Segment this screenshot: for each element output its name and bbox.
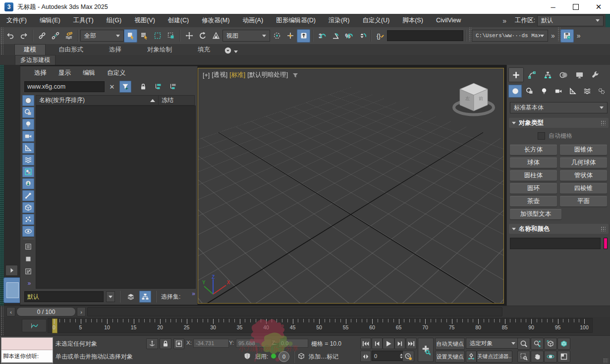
object-type-rollout[interactable]: 对象类型 xyxy=(509,118,609,128)
zoom-all-icon[interactable] xyxy=(531,338,544,350)
primitive-button[interactable]: 茶壶 xyxy=(510,196,557,207)
ribbon-tab-populate[interactable]: 填充 xyxy=(185,45,223,55)
column-header-name[interactable]: 名称(按升序排序) xyxy=(36,95,159,105)
strip-overflow-icon[interactable]: » xyxy=(22,280,35,287)
key-mode-toggle-icon[interactable] xyxy=(360,351,371,362)
cameras-category-icon[interactable] xyxy=(552,85,565,98)
show-containers-icon[interactable] xyxy=(22,202,34,213)
percent-snap-icon[interactable]: % xyxy=(342,29,355,43)
unlink-selection-icon[interactable] xyxy=(49,29,62,43)
project-folder-dropdown[interactable]: C:\Users\ww···ds Max 2025 xyxy=(472,30,548,42)
window-resize-grip[interactable] xyxy=(603,358,608,363)
perspective-viewport[interactable]: [+] [透视] [标准] [默认明暗处理] 左 前 Y Z xyxy=(198,68,504,304)
systems-category-icon[interactable] xyxy=(595,85,608,98)
zoom-extents-all-icon[interactable] xyxy=(557,338,570,350)
trackbar-drag-handle[interactable] xyxy=(0,317,3,335)
auto-key-button[interactable]: 自动关键点 xyxy=(435,338,465,350)
save-scene-icon[interactable] xyxy=(560,29,574,43)
per-view-filter-icon[interactable] xyxy=(291,71,299,79)
primitive-button[interactable]: 管状体 xyxy=(560,170,607,181)
primitive-button[interactable]: 四棱锥 xyxy=(560,183,607,194)
minimize-button[interactable]: ─ xyxy=(542,0,564,14)
show-particles-icon[interactable] xyxy=(22,214,34,225)
workspace-dropdown[interactable]: 默认 xyxy=(537,15,604,26)
toolbar-overflow-icon[interactable]: » xyxy=(574,32,583,40)
transform-gizmo-icon[interactable] xyxy=(146,338,158,349)
spinner-snap-icon[interactable] xyxy=(355,29,369,43)
menu-item[interactable]: 创建(C) xyxy=(162,14,195,27)
timeline-ruler[interactable]: 0510152025303540455055606570758085909510… xyxy=(48,318,593,333)
primitive-button[interactable]: 几何球体 xyxy=(560,157,607,168)
object-color-swatch[interactable] xyxy=(604,238,608,249)
orbit-icon[interactable] xyxy=(544,351,557,363)
key-filters-button[interactable]: 关键点过滤器.. xyxy=(477,351,512,363)
go-to-start-icon[interactable] xyxy=(360,338,371,349)
set-key-button[interactable]: 设置关键点 xyxy=(435,351,465,363)
hierarchy-view-icon[interactable] xyxy=(139,291,151,303)
next-frame-arrow[interactable]: › xyxy=(77,307,86,316)
expand-panel-button[interactable] xyxy=(5,265,18,276)
ribbon-display-toggle-icon[interactable] xyxy=(223,46,233,55)
select-and-link-icon[interactable] xyxy=(35,29,49,43)
maxscript-mini-listener[interactable]: 脚本迷你侦听: xyxy=(1,337,53,364)
selection-lock-icon[interactable] xyxy=(160,338,171,349)
menu-item[interactable]: 组(G) xyxy=(100,14,128,27)
toolbar-drag-handle[interactable] xyxy=(557,27,560,41)
hierarchy-tab-icon[interactable] xyxy=(540,67,555,82)
angle-snap-icon[interactable] xyxy=(329,29,342,43)
y-coord-field[interactable]: 95.688 xyxy=(236,339,272,348)
listener-macro-row[interactable] xyxy=(1,338,53,350)
primitive-button[interactable]: 加强型文本 xyxy=(510,209,561,219)
zoom-region-icon[interactable] xyxy=(517,351,530,363)
viewport-style-menu[interactable]: [标准] xyxy=(229,71,245,79)
dock-edge-handle[interactable] xyxy=(0,65,4,306)
menu-item[interactable]: 脚本(S) xyxy=(396,14,430,27)
time-tag-cube-icon[interactable] xyxy=(296,351,307,362)
show-shapes-icon[interactable] xyxy=(22,107,34,118)
bind-to-spacewarp-icon[interactable] xyxy=(62,29,75,43)
show-xrefs-icon[interactable] xyxy=(22,178,34,189)
explorer-overflow-icon[interactable]: » xyxy=(192,290,194,297)
explorer-menu-edit[interactable]: 编辑 xyxy=(77,69,101,77)
ribbon-tab-selection[interactable]: 选择 xyxy=(96,45,134,55)
explorer-menu-customize[interactable]: 自定义 xyxy=(101,69,132,77)
menu-item[interactable]: 工具(T) xyxy=(67,14,100,27)
previous-frame-icon[interactable] xyxy=(372,338,383,349)
ribbon-tab-freeform[interactable]: 自由形式 xyxy=(46,45,96,55)
maximize-viewport-icon[interactable] xyxy=(557,351,570,363)
toolbar-drag-handle[interactable] xyxy=(468,27,472,41)
z-coord-field[interactable]: 0.0 xyxy=(278,339,308,348)
lock-explorer-icon[interactable] xyxy=(137,81,149,93)
add-time-tag[interactable]: 添加…标记 xyxy=(309,353,338,361)
viewport-shading-menu[interactable]: [默认明暗处理] xyxy=(247,71,288,79)
use-pivot-center-icon[interactable] xyxy=(270,29,283,43)
menu-item[interactable]: 文件(F) xyxy=(0,14,33,27)
close-button[interactable]: ✕ xyxy=(587,0,610,14)
time-slider-handle[interactable]: 0 / 100 xyxy=(16,307,76,316)
ribbon-tab-modeling[interactable]: 建模 xyxy=(14,44,46,55)
chevron-down-icon[interactable] xyxy=(234,51,238,53)
viewport-general-menu[interactable]: [+] xyxy=(203,72,210,79)
search-input[interactable] xyxy=(24,81,105,92)
toolbar-drag-handle[interactable] xyxy=(0,27,3,44)
go-to-end-icon[interactable] xyxy=(406,338,417,349)
menu-item[interactable]: 修改器(M) xyxy=(195,14,236,27)
menu-item[interactable]: CivilView xyxy=(430,14,467,27)
show-groups-icon[interactable] xyxy=(22,166,34,177)
modify-tab-icon[interactable] xyxy=(524,67,540,82)
explorer-menu-select[interactable]: 选择 xyxy=(28,69,53,77)
selection-set-dropdown[interactable]: 选定对象 xyxy=(466,338,519,349)
primitive-button[interactable]: 长方体 xyxy=(510,145,557,155)
zoom-icon[interactable] xyxy=(517,338,530,350)
ribbon-drag-handle[interactable] xyxy=(0,44,3,55)
toolbar-overflow-icon[interactable]: » xyxy=(548,32,557,40)
select-by-name-icon[interactable] xyxy=(137,29,151,43)
mini-curve-editor-button[interactable] xyxy=(22,319,47,332)
primitive-button[interactable]: 圆柱体 xyxy=(510,170,557,181)
active-layer-dropdown[interactable]: 默认 xyxy=(24,291,104,302)
shapes-category-icon[interactable] xyxy=(523,85,536,98)
layers-icon[interactable] xyxy=(125,291,137,303)
helpers-category-icon[interactable] xyxy=(566,85,579,98)
key-filter-icon[interactable] xyxy=(466,351,477,363)
primitive-category-dropdown[interactable]: 标准基本体 xyxy=(510,102,608,113)
